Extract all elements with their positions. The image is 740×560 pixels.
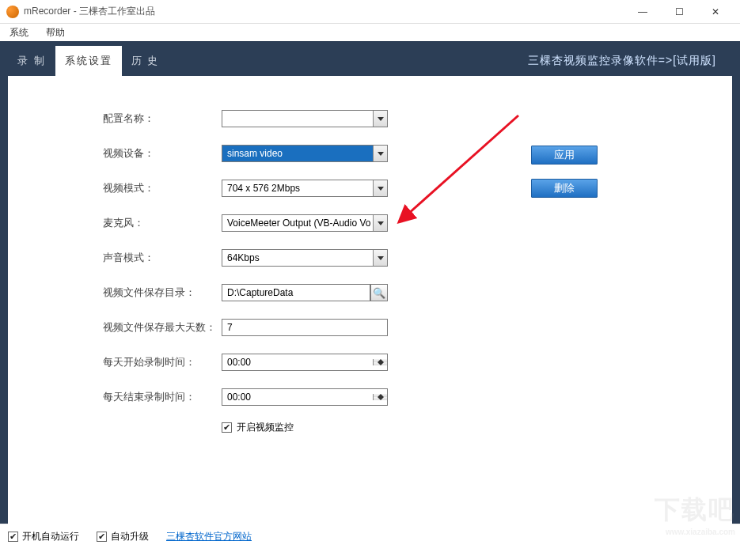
max-days-input[interactable]: 7 [222,319,388,336]
label-save-dir: 视频文件保存目录： [103,286,222,300]
spinner-down-icon[interactable] [374,362,387,365]
main-container: 录 制 系统设置 历 史 三棵杏视频监控录像软件=>[试用版] 配置名称： 视频… [0,41,740,524]
brand-text: 三棵杏视频监控录像软件=>[试用版] [528,54,716,68]
apply-button[interactable]: 应用 [531,146,598,165]
window-controls: — ☐ ✕ [624,0,734,24]
chevron-down-icon[interactable] [373,250,387,266]
start-time-spinner[interactable]: 00:00 [222,354,388,371]
chevron-down-icon[interactable] [373,180,387,196]
app-icon [6,6,19,18]
svg-line-0 [408,115,518,214]
label-audio-mode: 声音模式： [103,251,222,265]
folder-search-icon: 🔍 [373,287,385,299]
chevron-down-icon[interactable] [373,215,387,231]
tab-record[interactable]: 录 制 [8,46,55,76]
audio-mode-combo[interactable]: 64Kbps [222,249,388,267]
form-area: 配置名称： 视频设备： sinsam video 视频模式： 704 x 576… [103,108,388,434]
settings-panel: 配置名称： 视频设备： sinsam video 视频模式： 704 x 576… [8,76,732,527]
label-start-time: 每天开始录制时间： [103,355,222,369]
delete-button[interactable]: 删除 [531,179,598,198]
enable-monitor-checkbox[interactable]: ✔ [222,422,232,433]
profile-name-combo[interactable] [222,110,388,127]
official-site-link[interactable]: 三棵杏软件官方网站 [166,530,252,543]
video-device-combo[interactable]: sinsam video [222,145,388,162]
video-mode-combo[interactable]: 704 x 576 2Mbps [222,180,388,197]
label-video-device: 视频设备： [103,146,222,161]
autoupdate-checkbox[interactable]: ✔ [97,532,107,542]
tab-bar: 录 制 系统设置 历 史 三棵杏视频监控录像软件=>[试用版] [8,47,732,76]
microphone-combo[interactable]: VoiceMeeter Output (VB-Audio Vo [222,214,388,232]
window-title: mRecorder - 三棵杏工作室出品 [24,5,624,18]
save-dir-input[interactable]: D:\CaptureData [222,284,370,301]
label-profile-name: 配置名称： [103,112,222,126]
close-button[interactable]: ✕ [697,0,734,24]
label-autorun: 开机自动运行 [22,530,79,543]
side-buttons: 应用 删除 [531,146,598,198]
label-autoupdate: 自动升级 [111,530,149,543]
label-max-days: 视频文件保存最大天数： [103,320,222,335]
menu-system[interactable]: 系统 [5,25,33,41]
autorun-checkbox[interactable]: ✔ [8,532,18,542]
end-time-spinner[interactable]: 00:00 [222,388,388,406]
title-bar: mRecorder - 三棵杏工作室出品 — ☐ ✕ [0,0,740,24]
chevron-down-icon[interactable] [373,146,387,161]
maximize-button[interactable]: ☐ [661,0,697,24]
tab-settings[interactable]: 系统设置 [55,46,122,76]
footer-bar: ✔ 开机自动运行 ✔ 自动升级 三棵杏软件官方网站 [0,524,740,549]
label-microphone: 麦克风： [103,216,222,230]
label-end-time: 每天结束录制时间： [103,390,222,404]
annotation-arrow-icon [396,108,538,242]
chevron-down-icon[interactable] [373,111,387,127]
menu-help[interactable]: 帮助 [41,25,70,41]
label-enable-monitor: 开启视频监控 [237,421,294,434]
tab-history[interactable]: 历 史 [122,46,169,76]
label-video-mode: 视频模式： [103,181,222,195]
menu-bar: 系统 帮助 [0,24,740,41]
browse-folder-button[interactable]: 🔍 [370,284,388,301]
minimize-button[interactable]: — [624,0,661,24]
spinner-down-icon[interactable] [374,397,387,400]
